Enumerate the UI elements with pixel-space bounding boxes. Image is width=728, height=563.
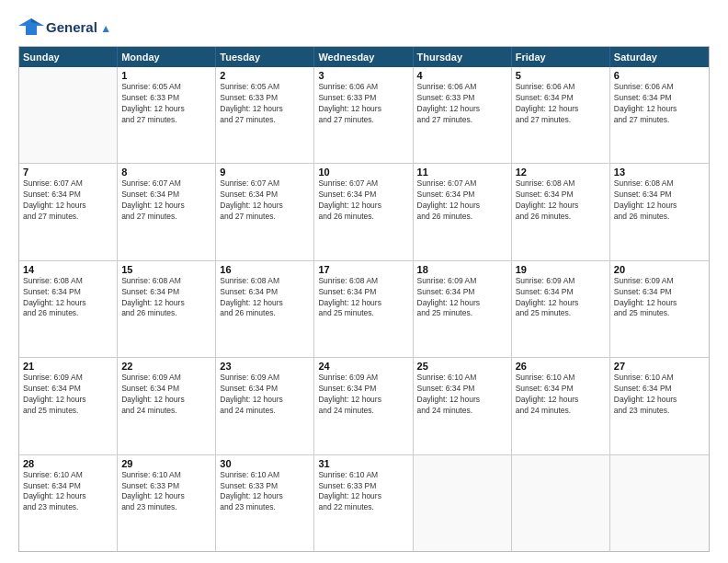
day-number: 20 [614, 264, 705, 275]
col-header-friday: Friday [512, 47, 610, 67]
calendar: SundayMondayTuesdayWednesdayThursdayFrid… [18, 46, 710, 552]
week-row-3: 21Sunrise: 6:09 AM Sunset: 6:34 PM Dayli… [19, 358, 709, 454]
day-info: Sunrise: 6:10 AM Sunset: 6:33 PM Dayligh… [220, 470, 310, 514]
cal-cell: 3Sunrise: 6:06 AM Sunset: 6:33 PM Daylig… [314, 67, 413, 163]
cal-cell [414, 455, 512, 551]
day-number: 27 [614, 361, 705, 372]
day-number: 13 [614, 167, 705, 178]
day-number: 17 [318, 264, 408, 275]
day-number: 6 [614, 70, 705, 81]
day-number: 24 [318, 361, 408, 372]
cal-cell: 7Sunrise: 6:07 AM Sunset: 6:34 PM Daylig… [19, 164, 118, 259]
cal-cell: 6Sunrise: 6:06 AM Sunset: 6:34 PM Daylig… [610, 67, 709, 163]
cal-cell: 28Sunrise: 6:10 AM Sunset: 6:34 PM Dayli… [19, 455, 118, 551]
day-number: 29 [121, 458, 211, 469]
day-info: Sunrise: 6:08 AM Sunset: 6:34 PM Dayligh… [516, 178, 606, 223]
day-info: Sunrise: 6:07 AM Sunset: 6:34 PM Dayligh… [121, 178, 211, 223]
week-row-4: 28Sunrise: 6:10 AM Sunset: 6:34 PM Dayli… [19, 455, 709, 551]
day-number: 15 [121, 264, 211, 275]
day-info: Sunrise: 6:08 AM Sunset: 6:34 PM Dayligh… [614, 178, 705, 223]
day-info: Sunrise: 6:07 AM Sunset: 6:34 PM Dayligh… [417, 178, 507, 223]
day-number: 7 [23, 167, 113, 178]
day-info: Sunrise: 6:09 AM Sunset: 6:34 PM Dayligh… [23, 373, 113, 417]
cal-cell: 31Sunrise: 6:10 AM Sunset: 6:33 PM Dayli… [314, 455, 413, 551]
day-number: 18 [417, 264, 507, 275]
day-info: Sunrise: 6:08 AM Sunset: 6:34 PM Dayligh… [121, 276, 211, 320]
day-info: Sunrise: 6:09 AM Sunset: 6:34 PM Dayligh… [516, 276, 606, 320]
day-number: 23 [220, 361, 310, 372]
day-number: 28 [23, 458, 113, 469]
cal-cell: 27Sunrise: 6:10 AM Sunset: 6:34 PM Dayli… [610, 358, 709, 454]
cal-cell: 10Sunrise: 6:07 AM Sunset: 6:34 PM Dayli… [314, 164, 413, 259]
day-info: Sunrise: 6:08 AM Sunset: 6:34 PM Dayligh… [220, 276, 310, 320]
day-number: 9 [220, 167, 310, 178]
col-header-sunday: Sunday [19, 47, 118, 67]
day-number: 4 [417, 70, 507, 81]
cal-cell [19, 67, 118, 163]
cal-cell: 2Sunrise: 6:05 AM Sunset: 6:33 PM Daylig… [216, 67, 314, 163]
day-info: Sunrise: 6:09 AM Sunset: 6:34 PM Dayligh… [417, 276, 507, 320]
day-number: 25 [417, 361, 507, 372]
day-info: Sunrise: 6:06 AM Sunset: 6:34 PM Dayligh… [516, 82, 606, 126]
cal-cell [512, 455, 610, 551]
day-number: 1 [121, 70, 211, 81]
day-number: 11 [417, 167, 507, 178]
day-info: Sunrise: 6:10 AM Sunset: 6:33 PM Dayligh… [318, 470, 408, 514]
day-number: 8 [121, 167, 211, 178]
logo-line1: General ▲ [46, 20, 111, 34]
cal-cell: 26Sunrise: 6:10 AM Sunset: 6:34 PM Dayli… [512, 358, 610, 454]
cal-cell: 21Sunrise: 6:09 AM Sunset: 6:34 PM Dayli… [19, 358, 118, 454]
cal-cell: 12Sunrise: 6:08 AM Sunset: 6:34 PM Dayli… [512, 164, 610, 259]
col-header-tuesday: Tuesday [216, 47, 314, 67]
week-row-1: 7Sunrise: 6:07 AM Sunset: 6:34 PM Daylig… [19, 164, 709, 260]
day-info: Sunrise: 6:08 AM Sunset: 6:34 PM Dayligh… [318, 276, 408, 320]
cal-cell: 29Sunrise: 6:10 AM Sunset: 6:33 PM Dayli… [118, 455, 216, 551]
day-info: Sunrise: 6:06 AM Sunset: 6:34 PM Dayligh… [614, 82, 705, 126]
day-number: 3 [318, 70, 408, 81]
header: General ▲ [18, 17, 710, 37]
day-info: Sunrise: 6:09 AM Sunset: 6:34 PM Dayligh… [614, 276, 705, 320]
cal-cell: 22Sunrise: 6:09 AM Sunset: 6:34 PM Dayli… [118, 358, 216, 454]
cal-cell: 15Sunrise: 6:08 AM Sunset: 6:34 PM Dayli… [118, 261, 216, 357]
day-info: Sunrise: 6:10 AM Sunset: 6:34 PM Dayligh… [614, 373, 705, 417]
day-number: 31 [318, 458, 408, 469]
cal-cell: 16Sunrise: 6:08 AM Sunset: 6:34 PM Dayli… [216, 261, 314, 357]
day-info: Sunrise: 6:09 AM Sunset: 6:34 PM Dayligh… [220, 373, 310, 417]
day-number: 30 [220, 458, 310, 469]
day-number: 12 [516, 167, 606, 178]
page: General ▲ SundayMondayTuesdayWednesdayTh… [0, 0, 728, 563]
logo-text: General ▲ [46, 20, 111, 34]
cal-cell: 30Sunrise: 6:10 AM Sunset: 6:33 PM Dayli… [216, 455, 314, 551]
cal-cell: 8Sunrise: 6:07 AM Sunset: 6:34 PM Daylig… [118, 164, 216, 259]
day-number: 16 [220, 264, 310, 275]
day-info: Sunrise: 6:09 AM Sunset: 6:34 PM Dayligh… [121, 373, 211, 417]
day-number: 21 [23, 361, 113, 372]
day-info: Sunrise: 6:09 AM Sunset: 6:34 PM Dayligh… [318, 373, 408, 417]
col-header-saturday: Saturday [610, 47, 709, 67]
day-number: 10 [318, 167, 408, 178]
week-row-0: 1Sunrise: 6:05 AM Sunset: 6:33 PM Daylig… [19, 67, 709, 164]
cal-cell: 17Sunrise: 6:08 AM Sunset: 6:34 PM Dayli… [314, 261, 413, 357]
cal-cell: 18Sunrise: 6:09 AM Sunset: 6:34 PM Dayli… [414, 261, 512, 357]
logo: General ▲ [18, 17, 111, 37]
cal-cell: 24Sunrise: 6:09 AM Sunset: 6:34 PM Dayli… [314, 358, 413, 454]
cal-cell: 23Sunrise: 6:09 AM Sunset: 6:34 PM Dayli… [216, 358, 314, 454]
cal-cell: 11Sunrise: 6:07 AM Sunset: 6:34 PM Dayli… [414, 164, 512, 259]
day-number: 5 [516, 70, 606, 81]
cal-cell: 25Sunrise: 6:10 AM Sunset: 6:34 PM Dayli… [414, 358, 512, 454]
day-number: 22 [121, 361, 211, 372]
cal-cell: 19Sunrise: 6:09 AM Sunset: 6:34 PM Dayli… [512, 261, 610, 357]
cal-cell: 13Sunrise: 6:08 AM Sunset: 6:34 PM Dayli… [610, 164, 709, 259]
day-info: Sunrise: 6:05 AM Sunset: 6:33 PM Dayligh… [220, 82, 310, 126]
cal-cell: 1Sunrise: 6:05 AM Sunset: 6:33 PM Daylig… [118, 67, 216, 163]
col-header-wednesday: Wednesday [314, 47, 413, 67]
cal-cell: 9Sunrise: 6:07 AM Sunset: 6:34 PM Daylig… [216, 164, 314, 259]
calendar-body: 1Sunrise: 6:05 AM Sunset: 6:33 PM Daylig… [19, 67, 709, 551]
day-info: Sunrise: 6:10 AM Sunset: 6:34 PM Dayligh… [516, 373, 606, 417]
cal-cell [610, 455, 709, 551]
day-info: Sunrise: 6:07 AM Sunset: 6:34 PM Dayligh… [318, 178, 408, 223]
day-info: Sunrise: 6:08 AM Sunset: 6:34 PM Dayligh… [23, 276, 113, 320]
logo-bird-icon [18, 17, 44, 37]
day-info: Sunrise: 6:06 AM Sunset: 6:33 PM Dayligh… [417, 82, 507, 126]
day-info: Sunrise: 6:07 AM Sunset: 6:34 PM Dayligh… [23, 178, 113, 223]
